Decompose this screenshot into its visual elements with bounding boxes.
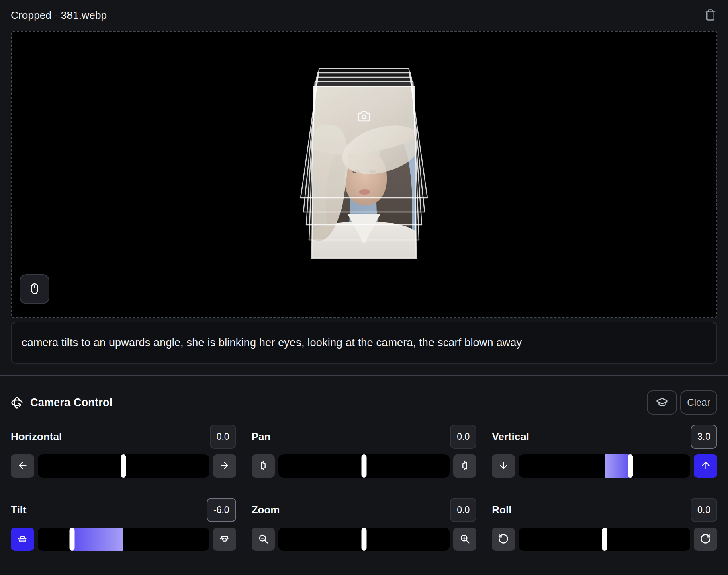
zoom-out-button[interactable] — [252, 528, 275, 551]
mouse-hint-button[interactable] — [20, 274, 49, 304]
camera-slider: Vertical 3.0 — [492, 425, 717, 478]
arrow-left-icon — [17, 460, 28, 472]
slider-head: Roll 0.0 — [492, 498, 717, 522]
titlebar: Cropped - 381.webp — [0, 0, 728, 31]
slider-fill — [605, 454, 630, 478]
pan-left-button[interactable] — [252, 454, 275, 478]
arrow-up-button[interactable] — [694, 454, 717, 478]
slider-track[interactable] — [278, 454, 450, 478]
camera-control-section: Camera Control Clear Horizontal 0.0 Pan — [0, 376, 728, 551]
arrow-up-icon — [700, 460, 711, 472]
slider-row — [252, 454, 477, 478]
camera-control-header: Camera Control Clear — [11, 390, 717, 415]
slider-row — [492, 454, 717, 478]
slider-track[interactable] — [38, 454, 209, 478]
slider-track[interactable] — [519, 454, 690, 478]
tilt-up-button[interactable] — [11, 528, 34, 551]
arrow-right-button[interactable] — [213, 454, 236, 478]
arrow-down-icon — [498, 460, 509, 472]
slider-label: Tilt — [11, 504, 27, 516]
pan-right-icon — [459, 460, 470, 472]
slider-value-badge: 0.0 — [691, 498, 717, 522]
slider-track[interactable] — [38, 528, 209, 551]
slider-track[interactable] — [519, 528, 690, 551]
slider-handle[interactable] — [70, 528, 75, 551]
camera-slider: Tilt -6.0 — [11, 498, 236, 551]
rotate-ccw-button[interactable] — [492, 528, 515, 551]
camera-icon — [356, 109, 372, 126]
slider-value-badge: 0.0 — [450, 425, 476, 449]
zoom-out-icon — [258, 533, 269, 546]
tutorial-button[interactable] — [647, 390, 677, 415]
slider-track[interactable] — [278, 528, 450, 551]
header-actions: Clear — [647, 390, 717, 415]
delete-button[interactable] — [703, 8, 717, 23]
section-title: Camera Control — [30, 396, 112, 409]
prompt-text: camera tilts to an upwards angle, she is… — [22, 337, 522, 349]
rotate-3d-icon — [11, 396, 23, 409]
slider-handle[interactable] — [602, 528, 607, 551]
slider-value-badge: -6.0 — [207, 498, 236, 522]
slider-head: Vertical 3.0 — [492, 425, 717, 449]
pan-left-icon — [258, 460, 269, 472]
tilt-up-icon — [17, 533, 28, 546]
graduation-cap-icon — [656, 396, 668, 409]
camera-slider: Horizontal 0.0 — [11, 425, 236, 478]
tilt-down-button[interactable] — [213, 528, 236, 551]
portrait-photo — [312, 86, 416, 258]
slider-value-badge: 0.0 — [210, 425, 236, 449]
slider-grid: Horizontal 0.0 Pan 0.0 Vertica — [11, 425, 717, 551]
trash-icon — [704, 9, 716, 22]
rotate-cw-button[interactable] — [694, 528, 717, 551]
slider-value-badge: 0.0 — [450, 498, 476, 522]
camera-control-page: Cropped - 381.webp — [0, 0, 728, 575]
slider-fill — [72, 528, 123, 551]
slider-row — [492, 528, 717, 551]
camera-slider: Roll 0.0 — [492, 498, 717, 551]
slider-label: Horizontal — [11, 431, 62, 443]
slider-handle[interactable] — [628, 454, 633, 478]
camera-slider: Pan 0.0 — [252, 425, 477, 478]
slider-label: Vertical — [492, 431, 529, 443]
rotate-cw-icon — [700, 533, 711, 546]
clear-button[interactable]: Clear — [680, 390, 717, 415]
tilt-down-icon — [219, 533, 230, 546]
slider-row — [11, 528, 236, 551]
slider-label: Pan — [252, 431, 271, 443]
slider-head: Tilt -6.0 — [11, 498, 236, 522]
slider-row — [252, 528, 477, 551]
slider-value-badge: 3.0 — [691, 425, 717, 449]
slider-label: Roll — [492, 504, 511, 516]
frame-stack — [292, 67, 436, 268]
rotate-ccw-icon — [498, 533, 509, 546]
slider-head: Zoom 0.0 — [252, 498, 477, 522]
slider-head: Pan 0.0 — [252, 425, 477, 449]
page-title: Cropped - 381.webp — [11, 9, 107, 22]
zoom-in-icon — [459, 533, 470, 546]
slider-handle[interactable] — [361, 454, 366, 478]
slider-head: Horizontal 0.0 — [11, 425, 236, 449]
slider-label: Zoom — [252, 504, 280, 516]
camera-slider: Zoom 0.0 — [252, 498, 477, 551]
mouse-icon — [28, 282, 41, 296]
arrow-right-icon — [219, 460, 230, 472]
slider-row — [11, 454, 236, 478]
slider-handle[interactable] — [361, 528, 366, 551]
photo-lips-shape — [359, 189, 370, 195]
pan-right-button[interactable] — [453, 454, 476, 478]
arrow-left-button[interactable] — [11, 454, 34, 478]
preview-canvas[interactable] — [11, 31, 717, 318]
slider-handle[interactable] — [121, 454, 126, 478]
arrow-down-button[interactable] — [492, 454, 515, 478]
prompt-input[interactable]: camera tilts to an upwards angle, she is… — [11, 322, 717, 364]
zoom-in-button[interactable] — [453, 528, 476, 551]
